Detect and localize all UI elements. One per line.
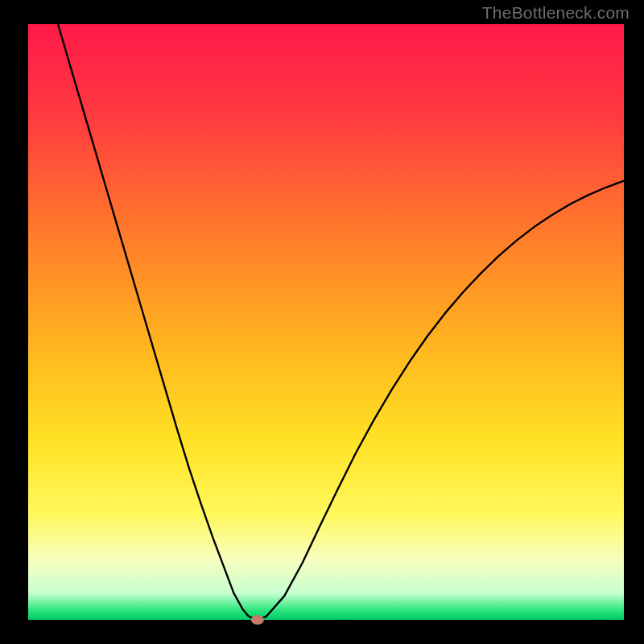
chart-canvas — [0, 0, 644, 644]
chart-frame: TheBottleneck.com — [0, 0, 644, 644]
optimal-point-marker — [251, 615, 264, 625]
gradient-background — [28, 24, 624, 620]
